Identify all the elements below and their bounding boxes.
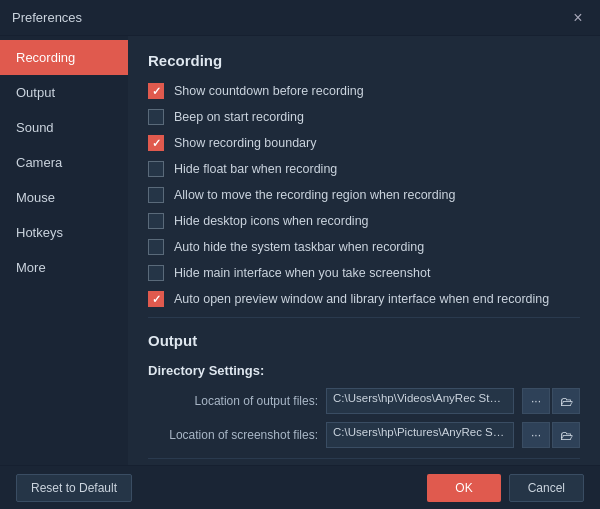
checkbox-boundary: Show recording boundary [148, 135, 580, 151]
content-panel: Recording Show countdown before recordin… [128, 36, 600, 465]
checkbox-beep-label: Beep on start recording [174, 110, 304, 124]
screenshot-files-folder-button[interactable]: 🗁 [552, 422, 580, 448]
window-title: Preferences [12, 10, 82, 25]
checkbox-countdown-box[interactable] [148, 83, 164, 99]
output-files-label: Location of output files: [148, 394, 318, 408]
screenshot-files-row: Location of screenshot files: C:\Users\h… [148, 422, 580, 448]
checkbox-preview-label: Auto open preview window and library int… [174, 292, 549, 306]
checkbox-beep: Beep on start recording [148, 109, 580, 125]
sidebar-item-camera[interactable]: Camera [0, 145, 128, 180]
output-files-input[interactable]: C:\Users\hp\Videos\AnyRec Studio\AnyRec … [326, 388, 514, 414]
checkbox-taskbar-box[interactable] [148, 239, 164, 255]
checkbox-preview-box[interactable] [148, 291, 164, 307]
sidebar: Recording Output Sound Camera Mouse Hotk… [0, 36, 128, 465]
sidebar-item-more[interactable]: More [0, 250, 128, 285]
checkbox-preview: Auto open preview window and library int… [148, 291, 580, 307]
sidebar-label-hotkeys: Hotkeys [16, 225, 63, 240]
sidebar-item-recording[interactable]: Recording [0, 40, 128, 75]
checkbox-boundary-box[interactable] [148, 135, 164, 151]
checkbox-moveregion-box[interactable] [148, 187, 164, 203]
screenshot-files-label: Location of screenshot files: [148, 428, 318, 442]
checkbox-moveregion-label: Allow to move the recording region when … [174, 188, 455, 202]
checkbox-screenshot-label: Hide main interface when you take screen… [174, 266, 430, 280]
footer: Reset to Default OK Cancel [0, 465, 600, 509]
sidebar-label-sound: Sound [16, 120, 54, 135]
sidebar-label-output: Output [16, 85, 55, 100]
output-files-folder-button[interactable]: 🗁 [552, 388, 580, 414]
main-content: Recording Output Sound Camera Mouse Hotk… [0, 36, 600, 465]
title-bar: Preferences × [0, 0, 600, 36]
folder-icon: 🗁 [560, 394, 573, 409]
checkbox-desktopicons-label: Hide desktop icons when recording [174, 214, 369, 228]
output-divider [148, 458, 580, 459]
screenshot-files-input[interactable]: C:\Users\hp\Pictures\AnyRec Studio\AnyRe… [326, 422, 514, 448]
checkbox-desktopicons: Hide desktop icons when recording [148, 213, 580, 229]
checkbox-countdown: Show countdown before recording [148, 83, 580, 99]
ok-button[interactable]: OK [427, 474, 500, 502]
sidebar-label-camera: Camera [16, 155, 62, 170]
checkbox-moveregion: Allow to move the recording region when … [148, 187, 580, 203]
checkbox-screenshot: Hide main interface when you take screen… [148, 265, 580, 281]
directory-settings-title: Directory Settings: [148, 363, 580, 378]
output-files-dots-button[interactable]: ··· [522, 388, 550, 414]
checkbox-floatbar-box[interactable] [148, 161, 164, 177]
close-button[interactable]: × [568, 8, 588, 28]
sidebar-item-mouse[interactable]: Mouse [0, 180, 128, 215]
screenshot-files-dots-button[interactable]: ··· [522, 422, 550, 448]
preferences-window: Preferences × Recording Output Sound Cam… [0, 0, 600, 509]
footer-right-buttons: OK Cancel [427, 474, 584, 502]
sidebar-label-more: More [16, 260, 46, 275]
sidebar-label-mouse: Mouse [16, 190, 55, 205]
recording-section-title: Recording [148, 52, 580, 69]
checkbox-screenshot-box[interactable] [148, 265, 164, 281]
sidebar-label-recording: Recording [16, 50, 75, 65]
checkbox-countdown-label: Show countdown before recording [174, 84, 364, 98]
output-section: Output Directory Settings: Location of o… [148, 332, 580, 465]
sidebar-item-output[interactable]: Output [0, 75, 128, 110]
screenshot-files-btn-group: ··· 🗁 [522, 422, 580, 448]
checkbox-taskbar-label: Auto hide the system taskbar when record… [174, 240, 424, 254]
checkbox-boundary-label: Show recording boundary [174, 136, 316, 150]
checkbox-floatbar-label: Hide float bar when recording [174, 162, 337, 176]
folder-icon-2: 🗁 [560, 428, 573, 443]
output-files-row: Location of output files: C:\Users\hp\Vi… [148, 388, 580, 414]
sidebar-item-hotkeys[interactable]: Hotkeys [0, 215, 128, 250]
checkbox-floatbar: Hide float bar when recording [148, 161, 580, 177]
output-files-btn-group: ··· 🗁 [522, 388, 580, 414]
cancel-button[interactable]: Cancel [509, 474, 584, 502]
sidebar-item-sound[interactable]: Sound [0, 110, 128, 145]
checkbox-beep-box[interactable] [148, 109, 164, 125]
checkbox-taskbar: Auto hide the system taskbar when record… [148, 239, 580, 255]
output-section-title: Output [148, 332, 580, 349]
reset-button[interactable]: Reset to Default [16, 474, 132, 502]
checkbox-desktopicons-box[interactable] [148, 213, 164, 229]
section-divider [148, 317, 580, 318]
